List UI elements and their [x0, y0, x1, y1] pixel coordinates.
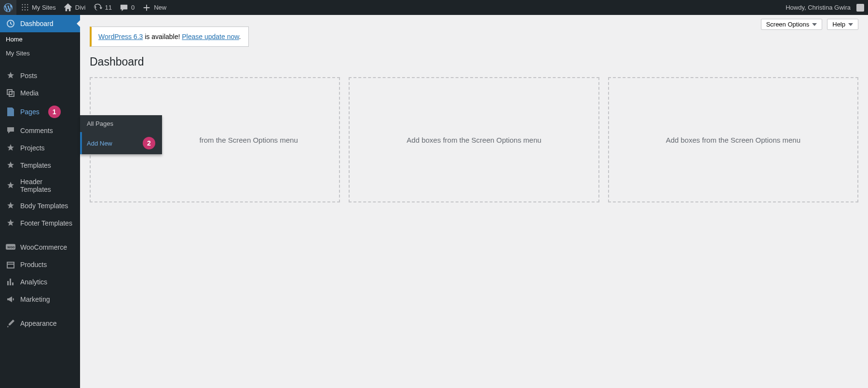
toolbar-my-sites[interactable]: My Sites [16, 0, 60, 15]
sidebar-sub-home[interactable]: Home [0, 32, 80, 46]
sidebar-item-appearance[interactable]: Appearance [0, 315, 80, 332]
toolbar-comments[interactable]: 0 [116, 0, 138, 15]
sidebar-item-label: Body Templates [20, 202, 68, 210]
comment-icon [120, 3, 128, 12]
sidebar-item-label: Projects [20, 144, 45, 152]
sidebar-item-projects[interactable]: Projects [0, 139, 80, 157]
sidebar-item-body-templates[interactable]: Body Templates [0, 197, 80, 214]
box-text: Add boxes from the Screen Options menu [407, 136, 541, 144]
sidebar-item-label: WooCommerce [20, 243, 67, 251]
toolbar-site-name-label: Divi [75, 4, 86, 11]
toolbar-howdy-label: Howdy, Christina Gwira [786, 4, 851, 11]
sidebar-item-analytics[interactable]: Analytics [0, 273, 80, 291]
screen-options-button[interactable]: Screen Options [761, 19, 823, 30]
svg-rect-3 [7, 262, 14, 268]
pin-icon [6, 143, 15, 153]
page-title: Dashboard [90, 55, 858, 68]
woo-icon: woo [6, 242, 15, 252]
toolbar-updates-count: 11 [105, 4, 112, 11]
notice-update-link[interactable]: Please update now [182, 33, 239, 40]
sites-icon [20, 3, 29, 12]
sidebar-item-footer-templates[interactable]: Footer Templates [0, 214, 80, 232]
sidebar-item-products[interactable]: Products [0, 256, 80, 273]
sidebar-item-templates[interactable]: Templates [0, 157, 80, 174]
help-button[interactable]: Help [827, 19, 858, 30]
sidebar-item-label: Products [20, 261, 47, 268]
pin-icon [6, 201, 15, 211]
flyout-add-new-label: Add New [87, 140, 112, 147]
toolbar-updates[interactable]: 11 [90, 0, 116, 15]
sidebar-dashboard-label: Dashboard [20, 20, 54, 27]
megaphone-icon [6, 294, 15, 304]
toolbar-site-name[interactable]: Divi [60, 0, 90, 15]
dashboard-box-2: Add boxes from the Screen Options menu [349, 77, 599, 202]
pin-icon [6, 218, 15, 228]
wordpress-icon [4, 3, 13, 12]
pin-icon [6, 181, 15, 190]
flyout-add-new[interactable]: Add New 2 [80, 132, 162, 154]
notice-wp-link[interactable]: WordPress 6.3 [98, 33, 143, 40]
sidebar-item-label: Pages [20, 108, 40, 116]
flyout-all-pages[interactable]: All Pages [80, 115, 162, 132]
sidebar-item-label: Posts [20, 72, 37, 80]
avatar [856, 4, 864, 12]
dashboard-icon [6, 19, 15, 28]
sidebar-item-label: Header Templates [20, 178, 74, 193]
annotation-badge-2: 2 [143, 137, 155, 149]
help-label: Help [832, 21, 845, 28]
media-icon [6, 88, 15, 98]
pin-icon [6, 71, 15, 80]
sidebar-item-label: Analytics [20, 278, 47, 286]
screen-meta: Screen Options Help [761, 19, 858, 30]
toolbar-comments-count: 0 [131, 4, 135, 11]
sidebar-item-label: Appearance [20, 320, 57, 327]
annotation-badge-1: 1 [48, 106, 61, 118]
flyout-all-pages-label: All Pages [87, 120, 113, 127]
admin-toolbar: My Sites Divi 11 0 New Howdy, Christina … [0, 0, 868, 15]
brush-icon [6, 319, 15, 328]
comment-icon [6, 126, 15, 135]
svg-text:woo: woo [7, 245, 14, 250]
wp-logo[interactable] [0, 0, 16, 15]
sidebar-item-comments[interactable]: Comments [0, 122, 80, 139]
sidebar-item-label: Footer Templates [20, 219, 72, 227]
toolbar-new[interactable]: New [138, 0, 170, 15]
sidebar-item-marketing[interactable]: Marketing [0, 291, 80, 308]
sidebar-item-label: Comments [20, 127, 53, 134]
notice-mid-text: is available! [143, 33, 182, 40]
sidebar-item-label: Templates [20, 161, 51, 169]
toolbar-account[interactable]: Howdy, Christina Gwira [782, 0, 868, 15]
update-icon [94, 3, 102, 12]
pages-flyout: All Pages Add New 2 [80, 115, 162, 154]
sidebar-item-pages[interactable]: Pages1 [0, 102, 80, 122]
dashboard-box-3: Add boxes from the Screen Options menu [608, 77, 858, 202]
admin-sidebar: Dashboard Home My Sites PostsMediaPages1… [0, 15, 80, 388]
sidebar-item-woocommerce[interactable]: wooWooCommerce [0, 239, 80, 256]
products-icon [6, 260, 15, 269]
pin-icon [6, 161, 15, 170]
chevron-down-icon [848, 23, 853, 26]
sidebar-sub-my-sites[interactable]: My Sites [0, 46, 80, 60]
home-icon [64, 3, 72, 12]
sidebar-dashboard[interactable]: Dashboard [0, 15, 80, 32]
toolbar-my-sites-label: My Sites [32, 4, 56, 11]
sidebar-item-label: Media [20, 89, 39, 97]
toolbar-new-label: New [154, 4, 166, 11]
sidebar-item-label: Marketing [20, 295, 50, 303]
toolbar-left: My Sites Divi 11 0 New [0, 0, 170, 15]
update-notice: WordPress 6.3 is available! Please updat… [90, 27, 249, 47]
sidebar-item-posts[interactable]: Posts [0, 67, 80, 84]
notice-dot: . [239, 33, 241, 40]
box-text: Add boxes from the Screen Options menu [666, 136, 800, 144]
toolbar-right: Howdy, Christina Gwira [782, 0, 868, 15]
dashboard-widgets: from the Screen Options menu Add boxes f… [90, 77, 858, 202]
sidebar-item-header-templates[interactable]: Header Templates [0, 174, 80, 197]
screen-options-label: Screen Options [766, 21, 810, 28]
chart-icon [6, 277, 15, 287]
sidebar-item-media[interactable]: Media [0, 84, 80, 102]
plus-icon [142, 3, 151, 12]
page-icon [6, 107, 15, 117]
main-content: Screen Options Help WordPress 6.3 is ava… [80, 15, 868, 388]
chevron-down-icon [812, 23, 817, 26]
